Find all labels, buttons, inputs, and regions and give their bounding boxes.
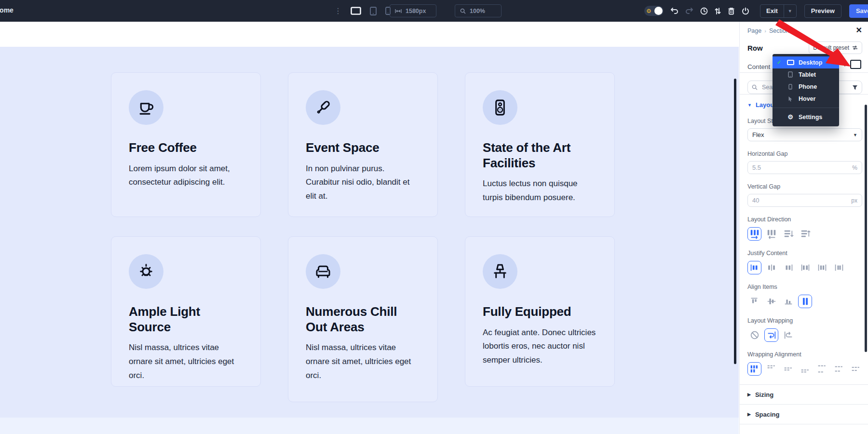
wrap-none-icon[interactable]	[747, 328, 761, 342]
next-section[interactable]	[0, 418, 739, 434]
menu-item-tablet[interactable]: Tablet	[773, 68, 839, 81]
card-title: Fully Equipped	[483, 304, 597, 320]
wrap-align-start-icon[interactable]	[747, 362, 761, 376]
justify-space-between-icon[interactable]	[798, 261, 812, 274]
width-icon	[395, 9, 402, 14]
sofa-icon	[306, 254, 340, 289]
feature-card[interactable]: Numerous Chill Out Areas Nisl massa, ult…	[288, 236, 438, 402]
layout-direction-options	[747, 227, 862, 241]
menu-item-desktop[interactable]: ✓ Desktop	[773, 56, 839, 68]
feature-card[interactable]: Fully Equipped Ac feugiat ante. Donec ul…	[465, 236, 615, 387]
power-icon[interactable]	[742, 7, 749, 15]
coffee-cup-icon	[129, 90, 163, 125]
desktop-icon	[787, 60, 794, 65]
justify-start-icon[interactable]	[747, 261, 761, 274]
filter-icon[interactable]	[852, 85, 858, 90]
breadcrumb-page[interactable]: Page	[747, 27, 761, 34]
direction-column-icon[interactable]	[781, 227, 795, 241]
align-baseline-icon[interactable]	[781, 295, 795, 308]
element-title: Row	[747, 44, 763, 52]
align-stretch-icon[interactable]	[798, 295, 812, 308]
wrap-icon[interactable]	[764, 328, 778, 342]
tablet-mode-button[interactable]	[370, 7, 377, 15]
align-items-options	[747, 295, 862, 308]
collapse-icon[interactable]	[715, 7, 721, 15]
justify-center-icon[interactable]	[764, 261, 778, 274]
wrap-align-end-icon[interactable]	[798, 362, 812, 376]
card-title: Numerous Chill Out Areas	[306, 304, 420, 335]
justify-space-evenly-icon[interactable]	[832, 261, 846, 274]
feature-card[interactable]: Free Coffee Lorem ipsum dolor sit amet, …	[111, 72, 261, 217]
wrap-align-top-icon[interactable]	[764, 362, 778, 376]
feature-card[interactable]: Event Space In non pulvinar purus. Curab…	[288, 72, 438, 217]
wrap-align-space-around-icon[interactable]	[831, 362, 845, 376]
chevron-right-icon: ▶	[747, 392, 751, 397]
panel-scrollbar[interactable]	[865, 105, 867, 352]
tab-content[interactable]: Content	[747, 63, 770, 70]
direction-column-reverse-icon[interactable]	[798, 227, 812, 241]
card-title: Ample Light Source	[129, 304, 243, 335]
vertical-gap-value: 40	[752, 197, 759, 204]
align-start-icon[interactable]	[747, 295, 761, 308]
align-items-label: Align Items	[747, 284, 862, 290]
layout-wrapping-options	[747, 328, 862, 342]
feature-card[interactable]: State of the Art Facilities Luctus lectu…	[465, 72, 615, 217]
preset-icon	[852, 45, 858, 50]
section-header-spacing[interactable]: ▶ Spacing	[747, 405, 862, 424]
undo-icon[interactable]	[670, 8, 678, 14]
sun-icon: ⚙	[646, 8, 651, 14]
vertical-gap-input[interactable]: 40 px	[747, 194, 862, 207]
top-bar-actions: ⚙ Exit ▼	[644, 0, 868, 22]
exit-button[interactable]: Exit ▼	[760, 4, 797, 18]
wrap-align-space-between-icon[interactable]	[814, 362, 828, 376]
justify-end-icon[interactable]	[781, 261, 795, 274]
menu-item-phone[interactable]: Phone	[773, 81, 839, 93]
card-body: Nisl massa, ultrices vitae ornare sit am…	[129, 341, 243, 382]
save-button[interactable]: Save	[849, 4, 868, 18]
canvas-zoom-input[interactable]: 100%	[455, 4, 502, 17]
canvas-scrollbar[interactable]	[734, 79, 736, 364]
sizing-label: Sizing	[755, 391, 773, 398]
editor-canvas[interactable]: Free Coffee Lorem ipsum dolor sit amet, …	[0, 22, 739, 434]
direction-row-icon[interactable]	[747, 227, 761, 241]
menu-item-label: Desktop	[799, 59, 822, 66]
device-state-dropdown: ✓ Desktop Tablet Phone Hover	[773, 54, 839, 126]
trash-icon[interactable]	[728, 7, 735, 15]
redo-icon[interactable]	[685, 8, 693, 14]
exit-caret-icon[interactable]: ▼	[784, 5, 796, 17]
canvas-width-input[interactable]: 1580px	[390, 4, 436, 17]
wrap-reverse-icon[interactable]	[781, 328, 795, 342]
menu-item-settings[interactable]: ⚙ Settings	[773, 111, 839, 123]
desk-icon	[483, 254, 517, 289]
kebab-menu-icon[interactable]: ⋮	[334, 7, 342, 15]
desktop-mode-button[interactable]	[351, 7, 361, 15]
horizontal-gap-input[interactable]: 5.5 %	[747, 161, 862, 174]
breadcrumb-section[interactable]: Section	[769, 27, 789, 34]
history-icon[interactable]	[700, 7, 708, 15]
preview-button[interactable]: Preview	[804, 4, 841, 18]
default-preset-button[interactable]: Default preset	[809, 41, 862, 54]
chevron-right-icon: ▶	[747, 412, 751, 417]
section-header-sizing[interactable]: ▶ Sizing	[747, 385, 862, 404]
align-center-icon[interactable]	[764, 295, 778, 308]
wrapping-alignment-options	[747, 362, 862, 376]
device-state-button[interactable]	[850, 60, 861, 69]
device-state-caret-icon[interactable]: ▼	[843, 63, 847, 68]
theme-toggle[interactable]: ⚙	[644, 6, 664, 16]
wrap-align-center-icon[interactable]	[781, 362, 795, 376]
device-switcher: ⋮	[334, 0, 391, 22]
menu-item-hover[interactable]: Hover	[773, 93, 839, 105]
close-icon[interactable]: ✕	[856, 27, 862, 34]
horizontal-gap-unit[interactable]: %	[852, 164, 857, 171]
canvas-width-value: 1580px	[406, 8, 426, 14]
check-icon: ✓	[777, 59, 782, 66]
wrap-align-space-evenly-icon[interactable]	[848, 362, 862, 376]
menu-item-label: Tablet	[799, 71, 816, 78]
feature-card[interactable]: Ample Light Source Nisl massa, ultrices …	[111, 236, 261, 387]
layout-style-select[interactable]: Flex ▼	[747, 128, 862, 141]
justify-space-around-icon[interactable]	[815, 261, 829, 274]
divider	[740, 424, 868, 424]
breadcrumb-separator-icon: ›	[764, 28, 766, 34]
vertical-gap-unit[interactable]: px	[851, 197, 857, 204]
direction-row-reverse-icon[interactable]	[764, 227, 778, 241]
